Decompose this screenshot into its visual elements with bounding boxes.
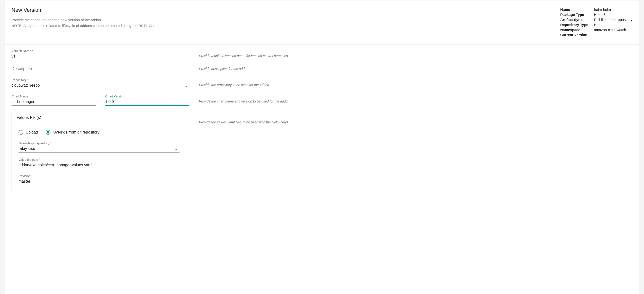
meta-current-version-value: - [594, 32, 632, 37]
meta-current-version-label: Current Version [560, 32, 594, 37]
repository-row: Repository * Provide the repository to b… [12, 78, 632, 89]
page-subtitle: Provide the configuration for a new vers… [12, 17, 560, 29]
chart-name-field: Chart Name [12, 95, 96, 106]
radio-upload[interactable]: Upload [18, 130, 38, 135]
description-hint: Provide description for the addon [199, 66, 632, 71]
value-file-path-label: Value file path * [18, 158, 180, 161]
meta-current-version-row: Current Version - [560, 32, 632, 37]
values-files-row: Values File(s) Upload Overrid [12, 111, 632, 192]
subtitle-line2: NOTE: All operations related to lifecycl… [12, 23, 560, 29]
value-file-path-input[interactable] [18, 162, 180, 169]
header-left: New Version Provide the configuration fo… [12, 7, 560, 37]
values-files-title: Values File(s) [12, 111, 189, 124]
description-row: Provide description for the addon [12, 66, 632, 73]
radio-upload-label: Upload [26, 130, 38, 135]
meta-repository-type-label: Repository Type [560, 22, 594, 27]
radio-override[interactable]: Override from git repository [46, 130, 100, 135]
chart-version-label: Chart Version [105, 95, 189, 98]
form-area: Version Name * Provide a unique version … [5, 45, 639, 202]
values-files-hint: Provide the values.yaml files to be used… [199, 111, 632, 124]
meta-artifact-sync-row: Artifact Sync Pull files from repository [560, 17, 632, 22]
meta-artifact-sync-value: Pull files from repository [594, 17, 632, 22]
chart-version-field: Chart Version [105, 95, 189, 106]
version-name-row: Version Name * Provide a unique version … [12, 49, 632, 60]
revision-input[interactable] [18, 178, 180, 185]
revision-field: Revision * [18, 174, 180, 185]
meta-artifact-sync-label: Artifact Sync [560, 17, 594, 22]
description-input[interactable] [12, 66, 189, 73]
radio-upload-icon [18, 130, 23, 135]
meta-namespace-row: Namespace amazon-cloudwatch [560, 27, 632, 32]
meta-repository-type-row: Repository Type Helm [560, 22, 632, 27]
repository-value[interactable] [12, 82, 189, 89]
version-name-hint: Provide a unique version name for versio… [199, 49, 632, 58]
override-repo-select[interactable] [18, 146, 180, 153]
chart-version-input[interactable] [105, 99, 189, 106]
page-title: New Version [12, 7, 560, 13]
meta-namespace-value: amazon-cloudwatch [594, 27, 632, 32]
meta-package-type-value: Helm 3 [594, 12, 632, 17]
meta-name-row: Name helm-helm [560, 7, 632, 12]
value-file-path-field: Value file path * [18, 158, 180, 169]
chart-hint: Provide the chart name and version to be… [199, 95, 632, 103]
page-container: New Version Provide the configuration fo… [5, 1, 639, 294]
chart-row: Chart Name Chart Version Provide the cha… [12, 95, 632, 106]
meta-name-value: helm-helm [594, 7, 632, 12]
values-files-card: Values File(s) Upload Overrid [12, 111, 189, 192]
revision-label: Revision * [18, 174, 180, 178]
repository-hint: Provide the repository to be used for th… [199, 78, 632, 87]
repository-label: Repository * [12, 78, 189, 82]
radio-override-label: Override from git repository [53, 130, 100, 135]
meta-repository-type-value: Helm [594, 22, 632, 27]
chart-name-label: Chart Name [12, 95, 96, 98]
subtitle-line1: Provide the configuration for a new vers… [12, 17, 560, 23]
meta-package-type-row: Package Type Helm 3 [560, 12, 632, 17]
radio-override-icon [46, 130, 50, 135]
override-repo-label: Override git repository * [18, 141, 180, 145]
values-mode-radio-group: Upload Override from git repository [18, 130, 182, 135]
version-name-label: Version Name * [12, 49, 189, 53]
override-repo-field: Override git repository * [18, 141, 180, 153]
override-repo-value[interactable] [18, 146, 180, 153]
chart-name-input[interactable] [12, 99, 96, 106]
version-name-input[interactable] [12, 53, 189, 60]
page-header: New Version Provide the configuration fo… [5, 1, 639, 45]
repository-select[interactable] [12, 82, 189, 89]
meta-package-type-label: Package Type [560, 12, 594, 17]
meta-name-label: Name [560, 7, 594, 12]
meta-namespace-label: Namespace [560, 27, 594, 32]
metadata-panel: Name helm-helm Package Type Helm 3 Artif… [560, 7, 632, 37]
